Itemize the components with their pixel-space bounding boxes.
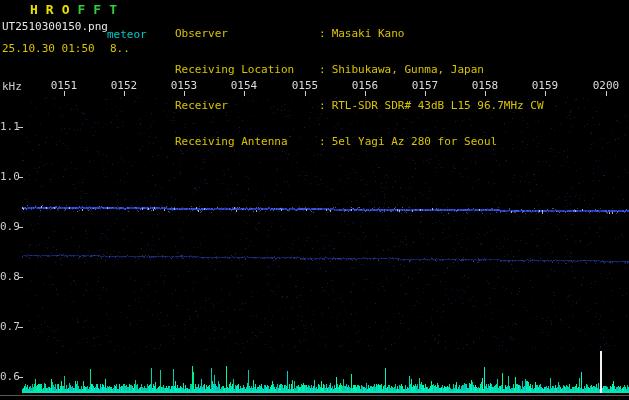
x-tick-0157: 0157 xyxy=(411,80,439,92)
x-tick-0158: 0158 xyxy=(471,80,499,92)
x-tick-0156: 0156 xyxy=(351,80,379,92)
info-row-receiver: Receiver:RTL-SDR SDR# 43dB L15 96.7MHz C… xyxy=(175,100,544,112)
info-label-location: Receiving Location xyxy=(175,64,319,76)
info-label-antenna: Receiving Antenna xyxy=(175,136,319,148)
info-value-receiver: RTL-SDR SDR# 43dB L15 96.7MHz CW xyxy=(326,99,544,112)
logo-hro: HRO xyxy=(30,2,77,17)
info-value-location: Shibukawa, Gunma, Japan xyxy=(326,63,484,76)
mode-label: meteor xyxy=(107,29,147,41)
x-tick-0159: 0159 xyxy=(531,80,559,92)
y-tick-0-9: 0.9 xyxy=(0,221,18,233)
x-tick-0151: 0151 xyxy=(50,80,78,92)
info-separator: : xyxy=(319,99,326,112)
app-logo: HROFFT xyxy=(30,4,125,16)
y-axis-unit: kHz xyxy=(2,81,22,93)
x-tick-0153: 0153 xyxy=(170,80,198,92)
date-time-label: 25.10.30 01:50 xyxy=(2,43,95,55)
info-label-receiver: Receiver xyxy=(175,100,319,112)
info-row-location: Receiving Location:Shibukawa, Gunma, Jap… xyxy=(175,64,544,76)
info-value-observer: Masaki Kano xyxy=(326,27,405,40)
info-row-antenna: Receiving Antenna:5el Yagi Az 280 for Se… xyxy=(175,136,544,148)
sample-counter: 8.. xyxy=(110,43,130,55)
y-tick-0-6: 0.6 xyxy=(0,371,18,383)
info-label-observer: Observer xyxy=(175,28,319,40)
info-value-antenna: 5el Yagi Az 280 for Seoul xyxy=(326,135,498,148)
logo-fft: FFT xyxy=(77,2,124,17)
y-tick-0-7: 0.7 xyxy=(0,321,18,333)
y-tick-1-1: 1.1 xyxy=(0,121,18,133)
info-separator: : xyxy=(319,27,326,40)
x-tick-0152: 0152 xyxy=(110,80,138,92)
x-tick-0154: 0154 xyxy=(230,80,258,92)
y-tick-1-0: 1.0 xyxy=(0,171,18,183)
info-row-observer: Observer:Masaki Kano xyxy=(175,28,544,40)
info-separator: : xyxy=(319,63,326,76)
x-tick-0200: 0200 xyxy=(592,80,620,92)
x-tick-0155: 0155 xyxy=(291,80,319,92)
output-filename: UT2510300150.png xyxy=(2,21,108,33)
y-tick-0-8: 0.8 xyxy=(0,271,18,283)
info-separator: : xyxy=(319,135,326,148)
